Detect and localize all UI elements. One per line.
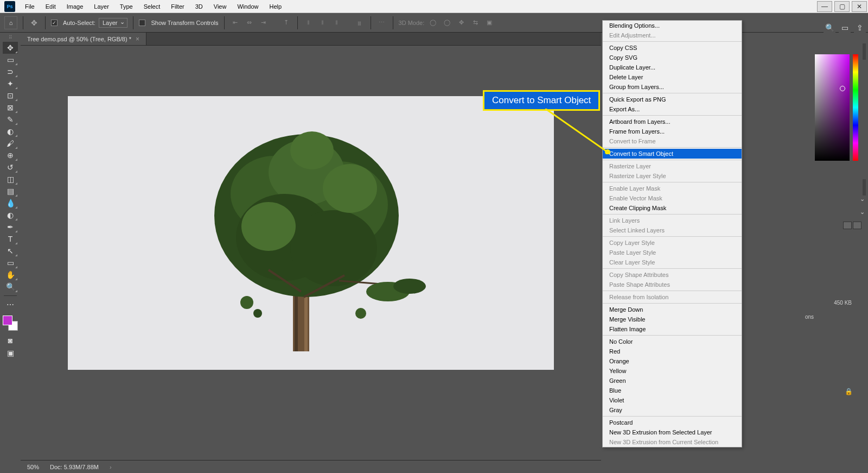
ctx-artboard-from-layers[interactable]: Artboard from Layers...	[603, 117, 742, 127]
ctx-postcard[interactable]: Postcard	[603, 418, 742, 427]
distribute-h-icon[interactable]: ⫼	[354, 17, 365, 28]
blur-tool[interactable]: 💧	[3, 197, 18, 209]
more-options-icon[interactable]: ⋯	[376, 17, 387, 28]
gradient-tool[interactable]: ▤	[3, 185, 18, 197]
eraser-tool[interactable]: ◫	[3, 173, 18, 185]
menu-select[interactable]: Select	[138, 1, 166, 12]
hand-tool[interactable]: ✋	[3, 269, 18, 281]
foreground-color[interactable]	[3, 316, 12, 325]
menu-file[interactable]: File	[20, 1, 40, 12]
auto-select-target-dropdown[interactable]: Layer	[99, 18, 128, 28]
ctx-blue[interactable]: Blue	[603, 386, 742, 395]
screen-mode-icon[interactable]: ▣	[3, 347, 18, 359]
close-tab-icon[interactable]: ×	[136, 35, 139, 43]
document-tab-bar: Tree demo.psd @ 50% (Tree, RGB/8) * ×	[21, 33, 601, 46]
canvas[interactable]	[68, 96, 554, 370]
align-top-icon[interactable]: ⤒	[281, 17, 292, 28]
ctx-copy-svg[interactable]: Copy SVG	[603, 53, 742, 62]
ctx-group-from-layers[interactable]: Group from Layers...	[603, 82, 742, 92]
menu-edit[interactable]: Edit	[40, 1, 61, 12]
ctx-yellow[interactable]: Yellow	[603, 366, 742, 376]
ctx-green[interactable]: Green	[603, 376, 742, 386]
brush-tool[interactable]: 🖌	[3, 137, 18, 149]
ctx-flatten-image[interactable]: Flatten Image	[603, 324, 742, 334]
menu-filter[interactable]: Filter	[165, 1, 189, 12]
status-flyout-icon[interactable]: ›	[110, 464, 112, 470]
menu-help[interactable]: Help	[264, 1, 288, 12]
eyedropper-tool[interactable]: ✎	[3, 113, 18, 125]
rectangle-tool[interactable]: ▭	[3, 257, 18, 269]
ctx-no-color[interactable]: No Color	[603, 337, 742, 346]
maximize-button[interactable]: ▢	[834, 1, 850, 12]
path-select-tool[interactable]: ↖	[3, 245, 18, 257]
color-saturation-value[interactable]	[815, 54, 850, 161]
panel-collapse-icon[interactable]	[863, 43, 866, 60]
menu-layer[interactable]: Layer	[88, 1, 114, 12]
distribute-v-icon[interactable]: ⫴	[317, 17, 328, 28]
ctx-frame-from-layers[interactable]: Frame from Layers...	[603, 127, 742, 136]
ctx-delete-layer[interactable]: Delete Layer	[603, 72, 742, 82]
ctx-merge-down[interactable]: Merge Down	[603, 305, 742, 314]
close-button[interactable]: ✕	[852, 1, 867, 12]
menu-type[interactable]: Type	[114, 1, 138, 12]
ctx-create-clipping-mask[interactable]: Create Clipping Mask	[603, 203, 742, 213]
ctx-gray[interactable]: Gray	[603, 405, 742, 415]
frame-tool[interactable]: ⊠	[3, 102, 18, 113]
list-view-icon[interactable]	[853, 222, 861, 229]
panel-grip-icon[interactable]: ⠿	[9, 35, 12, 40]
thumbnail-view-icon[interactable]	[843, 222, 852, 229]
lock-icon[interactable]: 🔒	[845, 388, 853, 395]
color-swatches[interactable]	[3, 316, 18, 331]
distribute-top-icon[interactable]: ⫴	[303, 17, 314, 28]
magic-wand-tool[interactable]: ✦	[3, 78, 18, 90]
menu-3d[interactable]: 3D	[190, 1, 208, 12]
ctx-export-as[interactable]: Export As...	[603, 104, 742, 114]
marquee-tool[interactable]: ▭	[3, 54, 18, 66]
show-transform-checkbox[interactable]	[139, 20, 145, 26]
healing-tool[interactable]: ◐	[3, 125, 18, 137]
clone-tool[interactable]: ⊕	[3, 149, 18, 161]
doc-size-info[interactable]: Doc: 5.93M/7.88M	[50, 464, 99, 470]
panel-menu-icon[interactable]	[863, 179, 866, 195]
zoom-level[interactable]: 50%	[27, 464, 39, 470]
align-center-h-icon[interactable]: ⇔	[244, 17, 255, 28]
share-icon[interactable]: ⇪	[854, 22, 866, 34]
menu-image[interactable]: Image	[61, 1, 89, 12]
panel-tab-partial[interactable]: ons	[805, 314, 814, 320]
ctx-new-3d-extrusion-from-selected-layer[interactable]: New 3D Extrusion from Selected Layer	[603, 427, 742, 437]
pen-tool[interactable]: ✒	[3, 221, 18, 233]
distribute-bottom-icon[interactable]: ⫴	[331, 17, 342, 28]
panel-chevron-icon[interactable]: ⌄	[860, 209, 865, 216]
workspace-icon[interactable]: ▭	[839, 22, 851, 34]
ctx-copy-css[interactable]: Copy CSS	[603, 43, 742, 53]
align-right-icon[interactable]: ⇥	[258, 17, 269, 28]
auto-select-checkbox[interactable]	[51, 20, 58, 26]
quick-mask-icon[interactable]: ◙	[3, 335, 18, 346]
ctx-orange[interactable]: Orange	[603, 356, 742, 366]
search-icon[interactable]: 🔍	[824, 22, 835, 34]
align-left-icon[interactable]: ⇤	[230, 17, 241, 28]
ctx-violet[interactable]: Violet	[603, 395, 742, 405]
edit-toolbar-icon[interactable]: ⋯	[3, 299, 18, 311]
ctx-quick-export-as-png[interactable]: Quick Export as PNG	[603, 94, 742, 104]
type-tool[interactable]: T	[3, 233, 18, 245]
ctx-duplicate-layer[interactable]: Duplicate Layer...	[603, 62, 742, 72]
crop-tool[interactable]: ⊡	[3, 90, 18, 102]
menu-window[interactable]: Window	[232, 1, 264, 12]
home-icon[interactable]: ⌂	[4, 16, 17, 29]
menu-view[interactable]: View	[208, 1, 232, 12]
ctx-convert-to-smart-object[interactable]: Convert to Smart Object	[603, 149, 742, 159]
zoom-tool[interactable]: 🔍	[3, 281, 18, 293]
panel-chevron-icon[interactable]: ⌄	[860, 195, 865, 203]
move-tool[interactable]: ✥	[3, 42, 18, 54]
ctx-red[interactable]: Red	[603, 346, 742, 356]
view-mode-toggle[interactable]	[843, 222, 861, 229]
document-tab[interactable]: Tree demo.psd @ 50% (Tree, RGB/8) * ×	[21, 33, 146, 45]
dodge-tool[interactable]: ◐	[3, 209, 18, 221]
minimize-button[interactable]: —	[817, 1, 832, 12]
color-hue-slider[interactable]	[853, 54, 858, 161]
ctx-blending-options[interactable]: Blending Options...	[603, 21, 742, 30]
lasso-tool[interactable]: ⊃	[3, 66, 18, 78]
ctx-merge-visible[interactable]: Merge Visible	[603, 314, 742, 324]
history-brush-tool[interactable]: ↺	[3, 161, 18, 173]
